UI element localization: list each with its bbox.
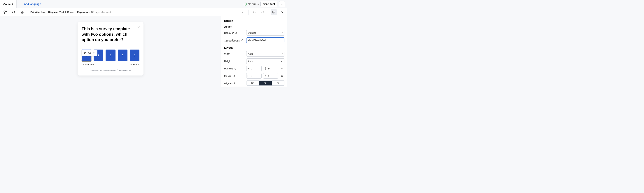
pencil-icon[interactable] (82, 51, 87, 55)
svg-point-9 (282, 12, 283, 12)
send-test-button[interactable]: Send Test (260, 1, 278, 7)
survey-option-5[interactable]: 5 (130, 50, 140, 61)
expand-margin-icon[interactable] (280, 74, 284, 78)
reset-icon[interactable] (235, 32, 237, 34)
padding-horizontal-input[interactable] (246, 66, 262, 71)
trash-icon[interactable] (92, 51, 96, 55)
expiration-meta: Expiration: 30 days after sent (77, 11, 111, 14)
layout-view-icon[interactable] (2, 9, 8, 15)
survey-option-4[interactable]: 4 (118, 50, 128, 61)
margin-v-icon (264, 74, 267, 77)
code-view-icon[interactable] (11, 9, 16, 15)
height-select[interactable]: Auto (246, 58, 284, 64)
redo-icon[interactable] (260, 9, 266, 15)
align-left-button[interactable] (246, 81, 259, 86)
reset-icon[interactable] (234, 68, 236, 70)
properties-panel: Button Action Behavior Dismiss Tracked N… (221, 16, 287, 86)
margin-horizontal-input[interactable] (246, 73, 262, 79)
padding-vertical-input[interactable] (263, 66, 278, 71)
survey-option-3[interactable]: 3 (106, 50, 115, 61)
section-layout: Layout (224, 46, 284, 49)
gear-icon[interactable] (279, 9, 285, 15)
reset-icon[interactable] (233, 75, 235, 77)
add-language-button[interactable]: Add language (16, 2, 44, 6)
no-errors-status: No errors (244, 2, 259, 6)
svg-point-4 (6, 13, 6, 13)
scale-label-right: Satisfied (130, 63, 140, 66)
tracked-name-label: Tracked Name (224, 39, 245, 42)
margin-label: Margin (224, 74, 245, 77)
svg-rect-10 (88, 52, 90, 54)
svg-rect-12 (118, 70, 118, 70)
behavior-label: Behavior (224, 32, 245, 34)
margin-h-icon (248, 74, 250, 77)
reset-icon[interactable] (241, 39, 243, 42)
check-circle-icon (244, 2, 247, 6)
canvas[interactable]: This is a survey template with two optio… (0, 16, 221, 86)
expand-padding-icon[interactable] (280, 66, 284, 71)
tab-content[interactable]: Content (0, 0, 16, 8)
display-meta: Display: Modal, Center (48, 11, 74, 14)
width-select[interactable]: Auto (246, 51, 284, 56)
width-label: Width (224, 52, 245, 55)
alignment-label: Alignment (224, 82, 245, 84)
align-right-button[interactable] (272, 81, 284, 86)
padding-v-icon (264, 67, 267, 70)
svg-rect-15 (282, 75, 283, 76)
brand-icon (116, 70, 118, 71)
align-center-button[interactable] (259, 81, 272, 86)
close-icon[interactable] (137, 26, 140, 29)
padding-label: Padding (224, 67, 245, 70)
margin-vertical-input[interactable] (263, 73, 278, 79)
survey-card: This is a survey template with two optio… (78, 22, 144, 76)
svg-rect-2 (6, 11, 7, 12)
behavior-select[interactable]: Dismiss (246, 30, 284, 36)
svg-rect-11 (116, 70, 117, 70)
svg-rect-3 (4, 12, 5, 14)
svg-rect-13 (116, 70, 117, 71)
survey-title: This is a survey template with two optio… (82, 26, 140, 42)
target-icon[interactable] (19, 9, 25, 15)
preview-icon[interactable] (271, 9, 277, 15)
card-footer: Designed and delivered with customer.io (82, 69, 140, 72)
duplicate-icon[interactable] (87, 51, 92, 55)
more-button[interactable]: ... (279, 1, 285, 7)
section-action: Action (224, 25, 284, 28)
undo-icon[interactable] (251, 9, 257, 15)
svg-rect-8 (273, 11, 275, 13)
panel-heading: Button (224, 19, 284, 22)
priority-meta: Priority: Low (30, 11, 46, 14)
svg-rect-14 (282, 68, 283, 69)
chevron-down-icon[interactable] (240, 9, 246, 15)
add-language-label: Add language (24, 2, 41, 6)
tracked-name-input[interactable] (246, 38, 284, 43)
scale-label-left: Dissatisfied (82, 63, 94, 66)
element-tools (82, 50, 98, 56)
plus-icon (20, 2, 22, 6)
svg-rect-1 (4, 11, 5, 12)
height-label: Height (224, 60, 245, 62)
padding-h-icon (248, 67, 250, 70)
